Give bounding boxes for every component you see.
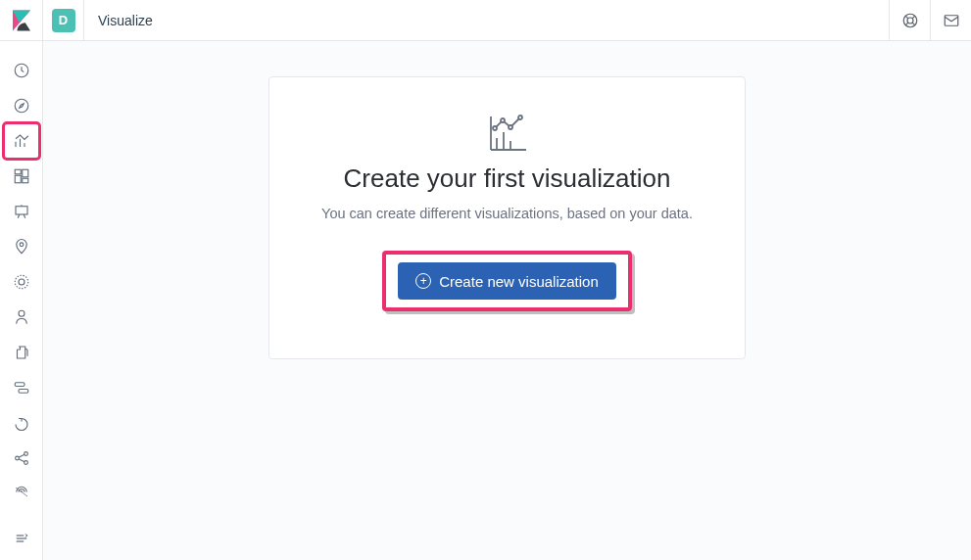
svg-point-21 <box>24 452 27 456</box>
breadcrumb[interactable]: Visualize <box>84 13 889 28</box>
svg-point-17 <box>19 310 24 316</box>
svg-line-4 <box>905 23 908 25</box>
space-selector[interactable]: D <box>43 0 84 41</box>
card-title: Create your first visualization <box>299 163 715 194</box>
sidebar-item-apm[interactable] <box>4 370 39 405</box>
sidebar-item-dashboard[interactable] <box>4 159 39 194</box>
svg-line-3 <box>912 16 915 19</box>
mail-icon <box>943 12 960 29</box>
graph-icon <box>13 449 30 467</box>
svg-point-31 <box>509 125 512 129</box>
apm-icon <box>13 379 30 397</box>
help-button[interactable] <box>889 0 930 41</box>
visualize-icon <box>13 132 30 150</box>
svg-point-22 <box>24 461 27 465</box>
visualization-illustration-icon <box>299 115 715 152</box>
svg-point-14 <box>20 243 24 247</box>
sidebar-item-ml[interactable] <box>4 264 39 300</box>
svg-point-16 <box>19 279 24 285</box>
lifebuoy-icon <box>901 12 919 29</box>
create-visualization-label: Create new visualization <box>439 273 599 290</box>
sidebar-item-discover[interactable] <box>4 88 39 123</box>
dashboard-icon <box>13 167 30 185</box>
space-avatar: D <box>52 9 75 32</box>
svg-point-29 <box>493 126 497 130</box>
clock-icon <box>13 62 30 79</box>
highlight-frame: + Create new visualization <box>382 251 632 311</box>
svg-point-1 <box>907 18 913 23</box>
siem-icon <box>13 485 30 502</box>
empty-state-card: Create your first visualization You can … <box>268 76 746 359</box>
sidebar-item-recent[interactable] <box>4 53 39 88</box>
collapse-icon <box>13 530 30 547</box>
sidebar-item-graph[interactable] <box>4 441 39 476</box>
sidebar-collapse[interactable] <box>0 517 43 560</box>
kibana-logo-icon <box>13 10 30 31</box>
card-subtitle: You can create different visualizations,… <box>299 206 715 221</box>
sidebar-item-uptime[interactable] <box>4 405 39 441</box>
svg-point-15 <box>15 275 28 289</box>
canvas-icon <box>13 203 30 220</box>
svg-rect-6 <box>945 15 958 25</box>
svg-line-5 <box>912 23 915 25</box>
svg-rect-10 <box>22 169 27 177</box>
top-actions <box>889 0 971 41</box>
sidebar-item-maps[interactable] <box>4 229 39 264</box>
logs-icon <box>13 344 30 361</box>
svg-rect-19 <box>19 390 28 394</box>
svg-point-32 <box>518 116 522 119</box>
sidebar-item-infrastructure[interactable] <box>4 300 39 335</box>
uptime-icon <box>13 414 30 432</box>
top-header: D Visualize <box>0 0 971 41</box>
ml-icon <box>13 273 30 291</box>
svg-rect-12 <box>22 178 27 183</box>
svg-rect-18 <box>15 383 24 387</box>
svg-rect-13 <box>16 207 27 214</box>
main-content: Create your first visualization You can … <box>43 41 971 560</box>
maps-icon <box>13 238 30 256</box>
svg-line-2 <box>905 16 908 19</box>
sidebar <box>0 41 43 560</box>
svg-point-20 <box>15 456 19 460</box>
newsfeed-button[interactable] <box>930 0 971 41</box>
sidebar-item-siem[interactable] <box>4 476 39 511</box>
svg-point-30 <box>501 118 505 122</box>
infrastructure-icon <box>13 308 30 326</box>
kibana-logo[interactable] <box>0 0 43 41</box>
sidebar-item-logs[interactable] <box>4 335 39 370</box>
plus-circle-icon: + <box>415 273 431 289</box>
svg-rect-9 <box>15 169 21 174</box>
svg-rect-11 <box>15 175 21 183</box>
create-visualization-button[interactable]: + Create new visualization <box>398 262 616 300</box>
sidebar-item-canvas[interactable] <box>4 194 39 229</box>
compass-icon <box>13 97 30 115</box>
svg-point-8 <box>15 99 28 113</box>
sidebar-item-visualize[interactable] <box>4 123 39 159</box>
